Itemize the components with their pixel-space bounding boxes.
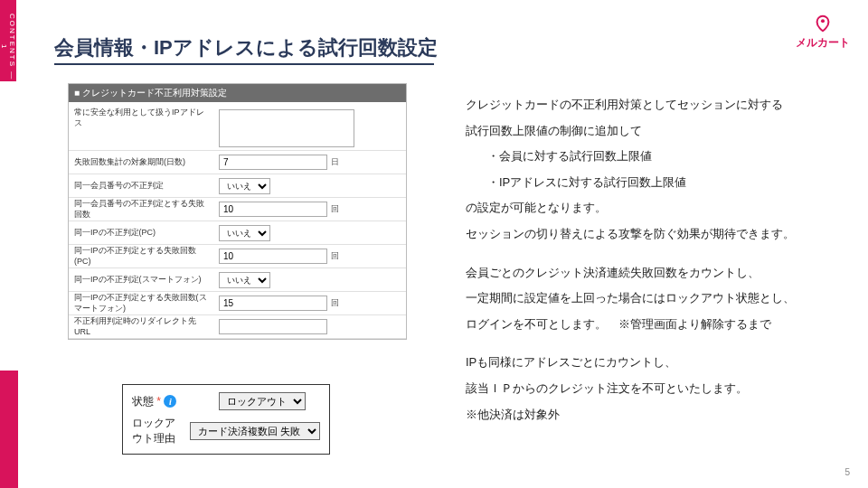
- setting-row: 常に安全な利用として扱うIPアドレス: [69, 102, 406, 151]
- row-field: 回: [213, 294, 406, 313]
- setting-row: 同一IPの不正判定とする失敗回数(PC)回: [69, 245, 406, 268]
- panel-header: ■ クレジットカード不正利用対策設定: [69, 84, 406, 102]
- setting-input[interactable]: [219, 319, 327, 334]
- setting-input[interactable]: いいえ: [219, 178, 270, 194]
- setting-input[interactable]: [219, 202, 327, 217]
- setting-row: 同一会員番号の不正判定とする失敗回数回: [69, 198, 406, 221]
- description: クレジットカードの不正利用対策としてセッションに対する 試行回数上限値の制御に追…: [452, 83, 850, 436]
- row-label: 同一IPの不正判定とする失敗回数(PC): [69, 246, 213, 267]
- logo: メルカート: [796, 14, 850, 51]
- unit-label: 回: [331, 297, 339, 309]
- row-field: 日: [213, 153, 406, 172]
- contents-tab: CONTENTS — 1: [0, 0, 16, 81]
- row-label: 不正利用判定時のリダイレクト先URL: [69, 316, 213, 337]
- unit-label: 回: [331, 203, 339, 215]
- row-field: 回: [213, 200, 406, 219]
- info-icon: i: [164, 395, 176, 408]
- row-field: いいえ: [213, 176, 406, 196]
- row-label: 常に安全な利用として扱うIPアドレス: [69, 108, 213, 128]
- corner-accent: [0, 371, 18, 488]
- setting-row: 同一IPの不正判定(PC)いいえ: [69, 221, 406, 245]
- row-field: いいえ: [213, 223, 406, 243]
- title-underline: [54, 63, 434, 65]
- status-label: 状態 * i: [132, 394, 213, 409]
- status-select[interactable]: ロックアウト: [219, 392, 306, 410]
- lockout-reason-select[interactable]: カード決済複数回 失敗: [190, 422, 320, 440]
- row-label: 同一IPの不正判定(PC): [69, 228, 213, 239]
- row-label: 同一IPの不正判定とする失敗回数(スマートフォン): [69, 293, 213, 314]
- logo-icon: [813, 14, 833, 33]
- row-field: [213, 108, 406, 149]
- row-field: いいえ: [213, 270, 406, 290]
- page-number: 5: [844, 467, 850, 477]
- logo-text: メルカート: [796, 35, 850, 51]
- status-box: 状態 * i ロックアウト ロックアウト理由 カード決済複数回 失敗: [122, 384, 330, 455]
- row-label: 同一会員番号の不正判定とする失敗回数: [69, 199, 213, 220]
- setting-input[interactable]: [219, 109, 354, 147]
- setting-input[interactable]: [219, 155, 327, 170]
- row-field: 回: [213, 247, 406, 266]
- setting-row: 同一IPの不正判定とする失敗回数(スマートフォン)回: [69, 292, 406, 315]
- setting-row: 失敗回数集計の対象期間(日数)日: [69, 151, 406, 174]
- setting-row: 同一IPの不正判定(スマートフォン)いいえ: [69, 268, 406, 292]
- setting-row: 不正利用判定時のリダイレクト先URL: [69, 315, 406, 339]
- unit-label: 回: [331, 250, 339, 262]
- unit-label: 日: [331, 156, 339, 168]
- setting-input[interactable]: [219, 296, 327, 311]
- row-label: 同一IPの不正判定(スマートフォン): [69, 275, 213, 286]
- setting-input[interactable]: いいえ: [219, 225, 270, 241]
- row-label: 同一会員番号の不正判定: [69, 181, 213, 192]
- setting-input[interactable]: [219, 249, 327, 264]
- settings-panel: ■ クレジットカード不正利用対策設定 常に安全な利用として扱うIPアドレス失敗回…: [68, 83, 407, 340]
- page-title: 会員情報・IPアドレスによる試行回数設定: [54, 34, 438, 61]
- row-label: 失敗回数集計の対象期間(日数): [69, 157, 213, 168]
- svg-point-0: [821, 19, 825, 23]
- setting-row: 同一会員番号の不正判定いいえ: [69, 174, 406, 198]
- row-field: [213, 317, 406, 336]
- setting-input[interactable]: いいえ: [219, 272, 270, 288]
- lockout-reason-label: ロックアウト理由: [132, 416, 184, 446]
